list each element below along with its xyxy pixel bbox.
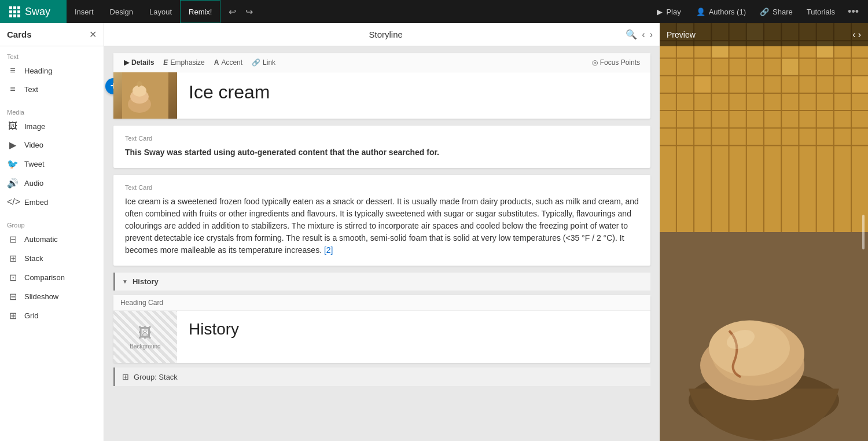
sidebar-item-slideshow[interactable]: ⊟ Slideshow <box>0 287 104 306</box>
stack-icon: ⊞ <box>7 253 19 264</box>
redo-button[interactable]: ↪ <box>242 5 256 19</box>
preview-background <box>660 23 868 441</box>
sidebar-item-video[interactable]: ▶ Video <box>0 135 104 155</box>
text-card-2-container: Text Card Ice cream is a sweetened froze… <box>113 175 650 266</box>
text-card-2: Text Card Ice cream is a sweetened froze… <box>113 175 650 266</box>
svg-point-3 <box>133 85 146 97</box>
emphasize-button[interactable]: E Emphasize <box>159 57 209 68</box>
history-background-image[interactable]: 🖼 Background <box>113 311 177 363</box>
text-card-2-content: Ice cream is a sweetened frozen food typ… <box>125 196 639 256</box>
preview-nav-right[interactable]: › <box>858 30 861 40</box>
text-card-2-label: Text Card <box>125 184 639 191</box>
link-button[interactable]: 🔗 Link <box>247 57 280 68</box>
nav-left-button[interactable]: ‹ <box>642 29 645 40</box>
sidebar-item-image-label: Image <box>24 122 45 131</box>
undo-button[interactable]: ↩ <box>225 5 240 19</box>
video-icon: ▶ <box>7 139 19 150</box>
preview-nav: ‹ › <box>852 30 861 40</box>
sidebar-title: Cards <box>7 30 32 39</box>
audio-icon: 🔊 <box>7 178 19 189</box>
icecream-image <box>660 232 868 441</box>
embed-icon: </> <box>7 197 19 207</box>
accent-button[interactable]: A Accent <box>209 57 247 68</box>
text-card-1: Text Card This Sway was started using au… <box>113 126 650 168</box>
sidebar-media-label: Media <box>0 105 104 117</box>
text-card-2-text: Ice cream is a sweetened frozen food typ… <box>125 197 639 255</box>
sidebar-item-grid[interactable]: ⊞ Grid <box>0 306 104 325</box>
sidebar-item-heading[interactable]: ≡ Heading <box>0 61 104 80</box>
link-icon: 🔗 <box>252 58 260 67</box>
sidebar-group-section: Group ⊟ Automatic ⊞ Stack ⊡ Comparison ⊟… <box>0 215 104 329</box>
heading-card-toolbar: ▶ Details E Emphasize A Accent 🔗 <box>113 53 650 72</box>
svg-rect-28 <box>694 76 711 93</box>
search-button[interactable]: 🔍 <box>626 29 637 40</box>
heading-image[interactable] <box>113 72 177 119</box>
sidebar-item-video-label: Video <box>24 141 43 149</box>
text-card-2-body[interactable]: Text Card Ice cream is a sweetened froze… <box>113 175 650 266</box>
sidebar-item-embed[interactable]: </> Embed <box>0 193 104 211</box>
accent-icon: A <box>214 58 219 67</box>
comparison-icon: ⊡ <box>7 272 19 283</box>
play-button[interactable]: ▶ Play <box>650 5 687 19</box>
history-heading: History <box>189 320 639 339</box>
play-label: Play <box>666 8 681 16</box>
preview-header: Preview ‹ › <box>660 23 868 46</box>
sidebar-item-heading-label: Heading <box>24 67 52 75</box>
focus-icon: ◎ <box>592 58 598 67</box>
center-header: Storyline 🔍 ‹ › <box>104 23 660 46</box>
group-stack-label: Group: Stack <box>134 373 178 381</box>
text-card-1-content: This Sway was started using auto-generat… <box>125 146 639 159</box>
tutorials-button[interactable]: Tutorials <box>801 5 841 19</box>
text-card-1-body[interactable]: Text Card This Sway was started using au… <box>113 126 650 168</box>
nav-right-button[interactable]: › <box>650 29 653 40</box>
share-button[interactable]: 🔗 Share <box>754 5 799 19</box>
sidebar-item-automatic[interactable]: ⊟ Automatic <box>0 230 104 249</box>
nav-design[interactable]: Design <box>102 0 141 23</box>
text-card-1-label: Text Card <box>125 135 639 142</box>
sidebar-item-tweet[interactable]: 🐦 Tweet <box>0 155 104 174</box>
heading-card: ▶ Details E Emphasize A Accent 🔗 <box>113 53 650 119</box>
sidebar-close-button[interactable]: ✕ <box>89 29 97 40</box>
undo-redo: ↩ ↪ <box>220 5 261 19</box>
sidebar-item-stack-label: Stack <box>24 254 43 263</box>
sidebar-item-text[interactable]: ≡ Text <box>0 80 104 98</box>
nav-remix[interactable]: Remix! <box>180 0 220 23</box>
authors-label: Authors (1) <box>709 8 746 16</box>
focus-points-button[interactable]: ◎ Focus Points <box>587 57 645 68</box>
sidebar-item-stack[interactable]: ⊞ Stack <box>0 249 104 268</box>
collapse-icon: ▼ <box>122 278 128 285</box>
nav-layout[interactable]: Layout <box>141 0 180 23</box>
history-section: ▼ History Heading Card 🖼 Background Hist… <box>113 273 650 386</box>
history-label: History <box>133 277 159 286</box>
sidebar-item-comparison[interactable]: ⊡ Comparison <box>0 268 104 287</box>
reference-link[interactable]: [2] <box>324 245 333 255</box>
more-options-button[interactable]: ••• <box>843 6 863 18</box>
heading-text[interactable]: Ice cream <box>177 72 650 119</box>
history-heading-text[interactable]: History <box>177 311 650 363</box>
history-heading-card: Heading Card 🖼 Background History <box>113 295 650 363</box>
text-icon: ≡ <box>7 84 19 94</box>
nav-insert[interactable]: Insert <box>67 0 102 23</box>
sidebar-text-section: Text ≡ Heading ≡ Text <box>0 46 104 102</box>
group-stack-bar[interactable]: ⊞ Group: Stack <box>113 368 650 386</box>
authors-button[interactable]: 👤 Authors (1) <box>690 5 752 19</box>
storyline-title: Storyline <box>146 30 626 39</box>
preview-title: Preview <box>667 30 696 39</box>
history-heading-card-toolbar: Heading Card <box>113 295 650 311</box>
heading-card-body: Ice cream <box>113 72 650 119</box>
sidebar-item-text-label: Text <box>24 85 38 94</box>
details-button[interactable]: ▶ Details <box>119 57 159 68</box>
image-icon: 🖼 <box>7 121 19 131</box>
sidebar-item-audio-label: Audio <box>24 179 43 188</box>
sidebar-item-image[interactable]: 🖼 Image <box>0 117 104 135</box>
app-logo[interactable]: Sway <box>0 0 67 23</box>
image-placeholder-icon: 🖼 <box>138 325 152 341</box>
sidebar-item-comparison-label: Comparison <box>24 273 65 282</box>
main-layout: Cards ✕ Text ≡ Heading ≡ Text Media 🖼 Im… <box>0 23 868 441</box>
tutorials-label: Tutorials <box>807 8 835 16</box>
text-card-1-container: Text Card This Sway was started using au… <box>113 126 650 168</box>
history-header[interactable]: ▼ History <box>113 273 650 291</box>
sidebar-item-audio[interactable]: 🔊 Audio <box>0 174 104 193</box>
sidebar-item-embed-label: Embed <box>24 198 48 207</box>
preview-nav-left[interactable]: ‹ <box>852 30 855 40</box>
